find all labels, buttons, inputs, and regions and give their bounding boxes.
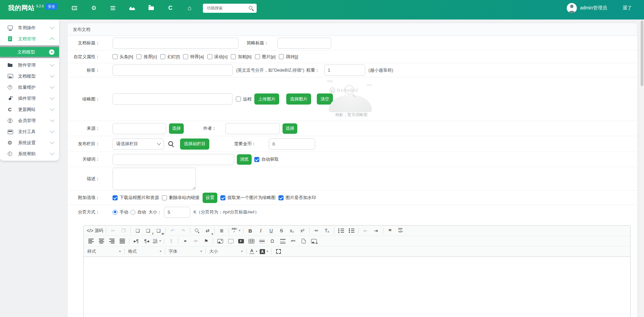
checkbox-checked[interactable]: [278, 195, 284, 200]
sidebar-item-update-site[interactable]: 更新网站: [0, 104, 59, 115]
attr-headline[interactable]: 头条[h]: [113, 54, 133, 60]
plus-circle-icon[interactable]: +: [49, 49, 54, 55]
underline-icon[interactable]: U: [266, 227, 276, 235]
bg-color-icon[interactable]: A: [259, 247, 269, 255]
author-choose-button[interactable]: 选择: [283, 123, 297, 134]
scrollbar-track[interactable]: [640, 19, 644, 317]
strike-icon[interactable]: S: [276, 227, 287, 235]
format-select[interactable]: 格式: [126, 247, 163, 255]
sidebar-item-common-actions[interactable]: 常用操作: [0, 22, 59, 33]
checkbox-checked[interactable]: [254, 157, 259, 162]
align-right-icon[interactable]: [106, 237, 117, 245]
maximize-icon[interactable]: [273, 247, 284, 255]
checkbox[interactable]: [255, 54, 260, 59]
column-search-icon[interactable]: [168, 141, 174, 147]
page-break-icon[interactable]: [277, 237, 288, 245]
undo-icon[interactable]: ↶: [167, 227, 178, 235]
italic-icon[interactable]: I: [256, 227, 266, 235]
outdent-icon[interactable]: ⇤: [360, 227, 371, 235]
sidebar-item-batch-maintain[interactable]: 批量维护: [0, 82, 59, 93]
copy-format-icon[interactable]: ✏: [311, 227, 322, 235]
checkbox[interactable]: [279, 54, 284, 59]
spell-check-icon[interactable]: ABC✓: [230, 227, 241, 235]
special-char-icon[interactable]: Ω: [267, 237, 277, 245]
upload-image-button[interactable]: 上传图片: [254, 93, 279, 105]
subcolumn-button[interactable]: 选择副栏目: [180, 138, 209, 150]
scrollbar-thumb[interactable]: [641, 21, 643, 86]
checkbox-checked[interactable]: [113, 195, 118, 200]
bold-icon[interactable]: B: [245, 227, 256, 235]
paste-word-icon[interactable]: ❏W: [153, 227, 164, 235]
remote-option[interactable]: 远程: [236, 96, 252, 102]
source-input[interactable]: [113, 123, 166, 134]
attr-bold[interactable]: 加粗[b]: [231, 54, 251, 60]
search-icon[interactable]: [249, 6, 254, 11]
attr-scroll[interactable]: 滚动[s]: [207, 54, 228, 60]
sidebar-item-doc-manage[interactable]: 文档管理: [0, 33, 59, 44]
coin-input[interactable]: [269, 138, 315, 150]
paste-text-icon[interactable]: ❏T: [143, 227, 153, 235]
redo-icon[interactable]: ↷: [178, 227, 188, 235]
anchor-icon[interactable]: ⚑: [201, 237, 211, 245]
checkbox[interactable]: [231, 54, 236, 59]
thumbnail-input[interactable]: [113, 93, 232, 105]
paragraph-indent-icon[interactable]: ↥: [166, 237, 176, 245]
keyword-input[interactable]: [113, 154, 234, 165]
sidebar-subitem-doc-model[interactable]: 文档模型+: [0, 47, 59, 57]
doc-title-input[interactable]: [113, 38, 239, 49]
attr-slide[interactable]: 幻灯[f]: [160, 54, 180, 60]
chart-icon[interactable]: [129, 5, 135, 11]
download-remote-images[interactable]: 下载远程图片和资源: [113, 195, 159, 201]
weight-input[interactable]: [324, 65, 365, 76]
paging-auto-option[interactable]: 自动: [130, 209, 146, 215]
checkbox-checked[interactable]: [220, 195, 225, 200]
checkbox[interactable]: [236, 96, 241, 102]
checkbox[interactable]: [162, 195, 167, 200]
sidebar-item-payment-tools[interactable]: 支付工具: [0, 126, 59, 137]
username-label[interactable]: admin管理员: [580, 5, 607, 11]
site-brand[interactable]: 我的网站: [8, 4, 35, 12]
checkbox[interactable]: [136, 54, 141, 59]
text-color-icon[interactable]: A: [248, 247, 259, 255]
dir-ltr-icon[interactable]: ▸¶: [131, 237, 141, 245]
sidebar-item-attachment-manage[interactable]: 附件管理: [0, 60, 59, 71]
attr-recommend[interactable]: 推荐[c]: [136, 54, 157, 60]
align-center-icon[interactable]: [96, 237, 106, 245]
logout-link[interactable]: 退了: [622, 5, 632, 11]
cut-icon[interactable]: ✂: [108, 227, 118, 235]
menu-icon[interactable]: [110, 5, 116, 11]
auto-fetch-option[interactable]: 自动获取: [254, 156, 279, 162]
horizontal-rule-icon[interactable]: [257, 237, 267, 245]
bullet-list-icon[interactable]: [346, 227, 357, 235]
menu-fold-icon[interactable]: [71, 5, 78, 11]
column-select[interactable]: 请选择栏目: [113, 138, 164, 150]
function-search[interactable]: [203, 4, 257, 13]
add-image-icon[interactable]: [309, 237, 319, 245]
author-input[interactable]: [225, 123, 280, 134]
language-icon[interactable]: 話: [152, 237, 162, 245]
insert-image-icon[interactable]: [215, 237, 225, 245]
description-textarea[interactable]: [113, 168, 196, 190]
sidebar-item-doc-model-menu[interactable]: 文档模型: [0, 71, 59, 82]
browse-button[interactable]: 浏览: [237, 154, 252, 165]
select-all-icon[interactable]: ≣: [216, 227, 227, 235]
choose-image-button[interactable]: 选择图片: [286, 93, 311, 105]
avatar[interactable]: [567, 3, 577, 13]
replace-icon[interactable]: ⇄a: [202, 227, 213, 235]
sidebar-item-member-manage[interactable]: 会员管理: [0, 115, 59, 126]
home-icon[interactable]: [186, 5, 193, 11]
sidebar-item-system-help[interactable]: 系统帮助: [0, 148, 59, 159]
dede-pagebreak-icon[interactable]: #P#: [288, 237, 298, 245]
checkbox[interactable]: [113, 54, 118, 59]
font-select[interactable]: 字体: [167, 247, 204, 255]
sidebar-item-system-settings[interactable]: 系统设置: [0, 137, 59, 148]
insert-table-icon[interactable]: [246, 237, 257, 245]
paging-manual-option[interactable]: 手动: [113, 209, 128, 215]
gear-icon[interactable]: [90, 5, 97, 11]
insert-video-icon[interactable]: [236, 237, 246, 245]
extract-first-image[interactable]: 提取第一个图片为缩略图: [220, 195, 275, 201]
source-choose-button[interactable]: 选择: [169, 123, 184, 134]
checkbox[interactable]: [183, 54, 188, 59]
attr-special[interactable]: 特荐[a]: [183, 54, 204, 60]
dir-rtl-icon[interactable]: ¶◂: [141, 237, 152, 245]
